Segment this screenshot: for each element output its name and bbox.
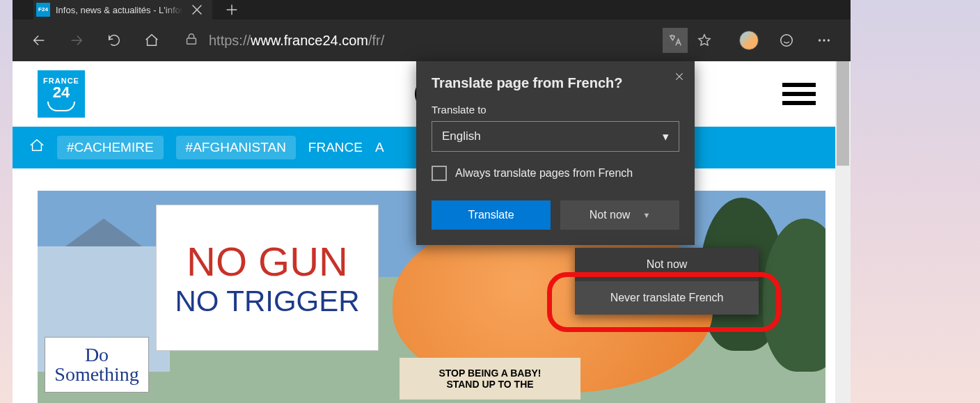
profile-button[interactable] <box>736 28 761 53</box>
url-protocol: https:// <box>209 33 251 49</box>
more-button[interactable] <box>812 28 837 53</box>
back-button[interactable] <box>26 28 52 53</box>
svg-rect-0 <box>187 38 196 44</box>
translate-popup: Translate page from French? Translate to… <box>416 61 695 245</box>
language-select[interactable]: English ▾ <box>432 121 679 152</box>
plus-icon <box>224 2 239 17</box>
balloon-sign-l1: STOP BEING A BABY! <box>438 368 541 379</box>
do-something-sign: Do Something <box>45 337 149 393</box>
url-path: /fr/ <box>368 33 384 49</box>
toolbar: https://www.france24.com/fr/ <box>13 19 851 61</box>
svg-point-3 <box>823 40 825 41</box>
url-domain: www.france24.com <box>251 33 368 49</box>
checkbox[interactable] <box>432 166 447 181</box>
popup-button-row: Translate Not now ▼ <box>432 200 679 230</box>
close-icon <box>189 2 205 17</box>
menu-item-never-translate[interactable]: Never translate French <box>575 281 759 315</box>
star-icon <box>697 33 712 48</box>
nav-tag-cachemire[interactable]: #CACHEMIRE <box>57 136 164 159</box>
not-now-label: Not now <box>590 209 631 221</box>
feedback-button[interactable] <box>774 28 799 53</box>
nav-home-icon[interactable] <box>29 138 45 157</box>
menu-item-not-now[interactable]: Not now <box>575 248 759 281</box>
browser-tab[interactable]: F24 Infos, news & actualités - L'infor <box>33 0 212 19</box>
avatar <box>739 31 759 50</box>
translate-button-label: Translate <box>468 209 514 221</box>
chevron-down-icon[interactable]: ▼ <box>642 211 650 219</box>
menu-button[interactable] <box>782 83 816 105</box>
svg-point-4 <box>828 40 830 41</box>
menu-item-label: Never translate French <box>610 292 724 304</box>
close-icon <box>674 71 685 82</box>
tab-title: Infos, news & actualités - L'infor <box>56 5 183 15</box>
refresh-icon <box>106 33 122 48</box>
svg-point-2 <box>819 40 821 41</box>
protest-sign: NO GUN NO TRIGGER <box>156 205 379 351</box>
favorite-button[interactable] <box>692 28 717 53</box>
sign-line-2: NO TRIGGER <box>175 285 359 318</box>
new-tab-button[interactable] <box>223 1 240 18</box>
arrow-right-icon <box>69 33 84 48</box>
not-now-dropdown: Not now Never translate French <box>575 248 759 315</box>
forward-button[interactable] <box>64 28 89 53</box>
balloon-sign: STOP BEING A BABY! STAND UP TO THE <box>400 358 580 400</box>
chevron-down-icon: ▾ <box>663 129 669 144</box>
nav-tag-afghanistan[interactable]: #AFGHANISTAN <box>176 136 296 159</box>
close-tab-button[interactable] <box>189 1 205 18</box>
site-logo[interactable]: FRANCE 24 <box>38 70 85 118</box>
selected-language: English <box>442 129 481 143</box>
address-bar[interactable]: https://www.france24.com/fr/ <box>177 28 724 53</box>
menu-item-label: Not now <box>647 258 688 271</box>
logo-text-2: 24 <box>53 85 70 100</box>
nav-item-partial[interactable]: A <box>375 140 384 155</box>
sign-line-1: NO GUN <box>187 238 348 285</box>
refresh-button[interactable] <box>102 28 127 53</box>
favicon-icon: F24 <box>36 3 50 17</box>
logo-wave-icon <box>47 102 75 111</box>
svg-point-1 <box>781 35 793 47</box>
more-icon <box>816 33 832 48</box>
arrow-left-icon <box>31 33 47 48</box>
translate-to-label: Translate to <box>432 104 679 116</box>
translate-icon <box>667 33 683 48</box>
nav-item-france[interactable]: FRANCE <box>308 140 363 155</box>
tab-strip: F24 Infos, news & actualités - L'infor <box>13 0 851 19</box>
scrollbar-thumb[interactable] <box>837 61 849 166</box>
scrollbar[interactable] <box>835 61 851 403</box>
address-bar-actions <box>663 28 717 53</box>
home-icon <box>144 33 159 48</box>
always-translate-label: Always translate pages from French <box>455 167 633 180</box>
always-translate-row[interactable]: Always translate pages from French <box>432 166 679 181</box>
translate-button[interactable]: Translate <box>432 200 551 230</box>
balloon-sign-l2: STAND UP TO THE <box>446 379 533 390</box>
popup-title: Translate page from French? <box>432 75 679 91</box>
home-button[interactable] <box>139 28 164 53</box>
smiley-icon <box>779 33 794 48</box>
not-now-split-button[interactable]: Not now ▼ <box>560 200 679 230</box>
lock-icon <box>184 31 199 50</box>
translate-toggle-button[interactable] <box>663 28 688 53</box>
popup-close-button[interactable] <box>674 71 685 84</box>
